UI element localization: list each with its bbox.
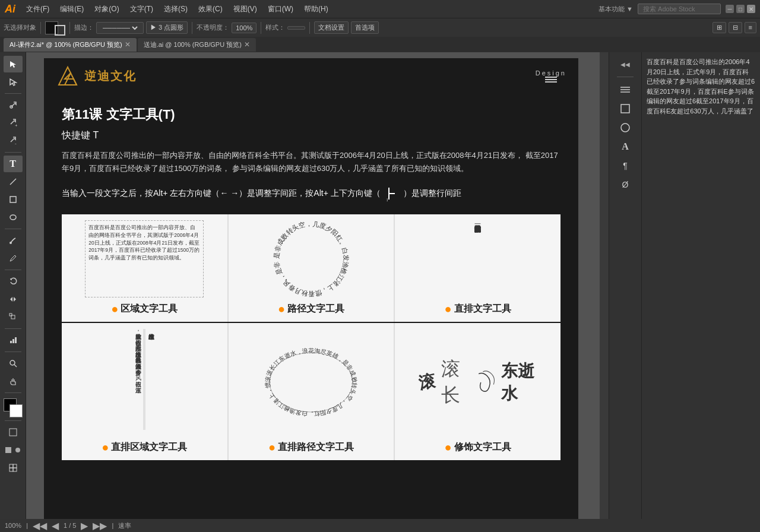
tab-1-close[interactable]: ✕ (125, 40, 131, 49)
chart-tool[interactable] (4, 332, 23, 349)
page-nav-back[interactable]: ◀ (52, 520, 59, 531)
stroke-select[interactable]: ────── (100, 24, 140, 32)
menu-select[interactable]: 选择(S) (159, 3, 192, 15)
deco-char-2: 滚长 (441, 356, 468, 408)
properties-text: 百度百科是百度公司推出的2006年4月20日上线，正式年9月，百度百科已经收录了… (642, 52, 760, 121)
minimize-button[interactable]: ─ (726, 5, 734, 13)
align-button[interactable]: ⊟ (729, 22, 742, 33)
path-text-label: ● 路径文字工具 (278, 302, 344, 316)
maximize-button[interactable]: □ (736, 5, 745, 13)
deco-text-box: 滚 滚长 东逝水 (419, 329, 537, 436)
svg-rect-14 (10, 429, 17, 436)
menu-edit[interactable]: 编辑(E) (55, 3, 88, 15)
preferences-button[interactable]: 首选项 (351, 21, 379, 34)
path-text-demo: 是非成败转头空，几度夕阳红。白发渔樵江渚上，惯看秋月春风，是非成败转头空 ● 路… (229, 214, 394, 322)
opacity-input[interactable]: 100% (232, 23, 256, 33)
page-nav-prev[interactable]: ◀◀ (33, 520, 47, 531)
shape-tool[interactable] (4, 191, 23, 208)
delete-anchor-tool[interactable]: - (4, 132, 23, 149)
svg-point-16 (15, 448, 20, 452)
svg-rect-20 (13, 468, 17, 471)
line-tool[interactable] (4, 173, 23, 190)
slice-tool[interactable] (4, 460, 23, 476)
svg-text:↕: ↕ (386, 197, 388, 202)
pen-tool[interactable] (4, 97, 23, 113)
svg-point-29 (621, 124, 629, 132)
status-bar: 100% | ◀◀ ◀ 1 / 5 ▶ ▶▶ | 速率 (0, 519, 760, 532)
vertical-area-content2: 白发渔樵雄白发逝水 (147, 329, 155, 430)
canvas-area[interactable]: 逆迪文化 Design 第11课 文字工具(T) 快捷键 T 百度百科是百度公司… (26, 52, 609, 532)
stroke-panel-icon[interactable] (616, 100, 635, 117)
arrange-button[interactable]: ⊞ (712, 22, 726, 33)
menu-object[interactable]: 对象(O) (90, 3, 124, 15)
hand-tool[interactable] (4, 373, 23, 390)
add-anchor-tool[interactable]: + (4, 115, 23, 131)
bullet-6: ● (445, 441, 452, 454)
sep4 (261, 22, 261, 34)
vertical-path-demo: 滚滚长江东逝水，浪花淘尽英雄，是非成败转头空，几度夕阳红。白发渔樵江渚上，惯看秋… (229, 323, 394, 460)
more-button[interactable]: ≡ (745, 22, 756, 33)
vertical-area-content: 非成败转头空，青山依旧在，几度夕阳红。白发渔樵江渚上，惯看秋月春风，一壶浊酒喜相… (134, 329, 142, 430)
menu-right: 基本功能 ▼ ─ □ ✕ (598, 4, 755, 14)
opentype-panel-icon[interactable]: Ø (616, 176, 635, 193)
no-selection-label: 无选择对象 (4, 23, 36, 32)
deco-text-content: 滚 滚长 东逝水 (419, 356, 537, 408)
align-icon[interactable] (616, 81, 635, 98)
menu-help[interactable]: 帮助(H) (299, 3, 333, 15)
search-input[interactable] (638, 4, 721, 14)
text-tool[interactable]: T (4, 156, 23, 172)
text-panel-icon[interactable]: A (616, 138, 635, 155)
tool-sep-1 (5, 93, 21, 94)
menu-window[interactable]: 窗口(W) (263, 3, 298, 15)
color-panel-icon[interactable] (616, 119, 635, 136)
zoom-tool[interactable] (4, 355, 23, 372)
tab-1-label: AI-课件2.ai* @ 100% (RGB/GPU 预览) (10, 40, 122, 49)
menu-text[interactable]: 文字(T) (125, 3, 158, 15)
ellipse-tool[interactable] (4, 209, 23, 226)
tab-2[interactable]: 送迪.ai @ 100% (RGB/GPU 预览) ✕ (138, 38, 256, 52)
menu-bar: Ai 文件(F) 编辑(E) 对象(O) 文字(T) 选择(S) 效果(C) 视… (0, 0, 760, 18)
stroke-selector[interactable]: ────── (96, 22, 144, 34)
scale-tool[interactable] (4, 309, 23, 325)
tab-1[interactable]: AI-课件2.ai* @ 100% (RGB/GPU 预览) ✕ (4, 38, 137, 52)
menu-file[interactable]: 文件(F) (21, 3, 54, 15)
vertical-text-box: 滚滚长江东逝水浪花淘尽英雄是非成败转头空旧是非成败转头空青山依旧在几度夕阳红白发… (419, 220, 537, 297)
bullet-2: ● (278, 302, 285, 316)
menu-effect[interactable]: 效果(C) (194, 3, 227, 15)
deco-text-demo: 滚 滚长 东逝水 ● 修饰文字工具 (395, 323, 560, 460)
doc-logo: 逆迪文化 (56, 64, 137, 88)
normal-mode[interactable] (4, 424, 23, 441)
reflect-tool[interactable] (4, 291, 23, 308)
vertical-text-content: 滚滚长江东逝水浪花淘尽英雄是非成败转头空旧是非成败转头空青山依旧在几度夕阳红白发… (474, 220, 482, 292)
select-tool[interactable] (4, 56, 23, 72)
vertical-area-label: ● 直排区域文字工具 (102, 441, 187, 454)
expand-panel-button[interactable]: ◀◀ (616, 56, 635, 72)
direct-select-tool[interactable] (4, 74, 23, 90)
area-divider (143, 329, 145, 430)
menu-view[interactable]: 视图(V) (229, 3, 262, 15)
deco-stroke-svg (474, 365, 496, 400)
pencil-tool[interactable] (4, 250, 23, 267)
rotate-tool[interactable] (4, 273, 23, 290)
page-nav-forward[interactable]: ▶ (81, 520, 88, 531)
svg-line-13 (14, 365, 17, 367)
status-sep-2: | (112, 522, 113, 529)
background-color[interactable] (10, 404, 23, 417)
brush-tool[interactable] (4, 232, 23, 249)
full-screen-mode[interactable] (4, 442, 12, 458)
hamburger-menu[interactable] (545, 77, 557, 83)
view-mode-group (4, 442, 22, 458)
tab-2-close[interactable]: ✕ (244, 40, 250, 49)
brush-selector[interactable]: ▶ 3 点圆形 (146, 21, 188, 34)
close-button[interactable]: ✕ (747, 5, 755, 13)
doc-settings-button[interactable]: 文档设置 (314, 21, 349, 34)
preview-mode[interactable] (14, 442, 22, 458)
page-nav-next[interactable]: ▶▶ (93, 520, 107, 531)
stroke-color[interactable] (55, 25, 65, 36)
style-selector[interactable] (287, 26, 305, 30)
logo-text: 逆迪文化 (84, 68, 137, 84)
vertical-scrollbar[interactable] (600, 52, 609, 532)
sep5 (309, 22, 310, 34)
paragraph-panel-icon[interactable]: ¶ (616, 157, 635, 174)
shortcut-label: 快捷键 T (62, 129, 560, 142)
